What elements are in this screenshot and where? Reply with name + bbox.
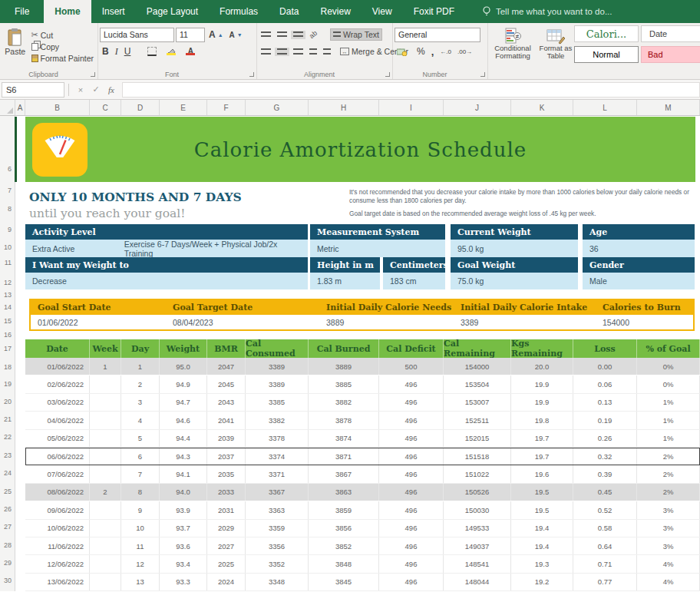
schedule-cell[interactable]: 3882 (309, 394, 379, 411)
activity-level-cell[interactable]: Extra Active Exercise 6-7 Days/Week + Ph… (25, 240, 308, 257)
row-header-11[interactable]: 11 (5, 259, 12, 266)
measurement-system-cell[interactable]: Metric (310, 240, 445, 257)
tab-data[interactable]: Data (269, 0, 309, 23)
schedule-cell[interactable]: 3389 (246, 358, 309, 375)
decrease-decimal-button[interactable]: .00→ (455, 48, 474, 56)
schedule-cell[interactable]: 08/06/2022 (25, 484, 90, 501)
font-color-button[interactable]: A (183, 47, 201, 56)
weight-goal-cell[interactable]: Decrease (25, 273, 308, 289)
schedule-cell[interactable]: 0% (637, 358, 700, 375)
calorie-needs-header[interactable]: Initial Daily Calorie Needs (319, 300, 454, 315)
schedule-cell[interactable]: 148541 (444, 555, 511, 572)
measurement-system-header[interactable]: Measurement System (310, 224, 445, 240)
schedule-cell[interactable]: 93.3 (160, 574, 207, 590)
paste-button[interactable]: Paste (2, 26, 29, 64)
row-header-18[interactable]: 18 (4, 363, 12, 371)
row-header-27[interactable]: 27 (4, 523, 12, 531)
gender-header[interactable]: Gender (583, 257, 695, 273)
centimeters-cell[interactable]: 183 cm (383, 273, 445, 289)
schedule-cell[interactable]: 3878 (309, 412, 379, 428)
schedule-cell[interactable]: 07/06/2022 (25, 465, 90, 482)
row-header-25[interactable]: 25 (4, 488, 12, 495)
schedule-cell[interactable]: 3348 (246, 574, 309, 590)
schedule-cell[interactable]: 0.58 (573, 520, 637, 537)
name-box[interactable]: S6 (2, 82, 64, 98)
schedule-cell[interactable]: 20.0 (511, 358, 573, 375)
schedule-cell[interactable]: 2031 (207, 501, 246, 518)
enter-button[interactable]: ✓ (88, 84, 104, 94)
schedule-cell[interactable]: 151022 (444, 465, 511, 482)
schedule-cell[interactable]: 4% (637, 574, 700, 590)
underline-button[interactable]: U (122, 45, 137, 58)
schedule-cell[interactable]: 4% (637, 555, 700, 572)
schedule-cell[interactable]: 0.64 (573, 537, 637, 554)
schedule-cell[interactable]: 3% (637, 520, 700, 537)
schedule-cell[interactable] (90, 412, 121, 428)
schedule-cell[interactable]: 19.4 (511, 537, 573, 554)
tab-formulas[interactable]: Formulas (209, 0, 269, 23)
schedule-cell[interactable]: 3382 (246, 412, 309, 428)
schedule-cell[interactable]: 3867 (309, 465, 379, 482)
schedule-cell[interactable]: 153504 (444, 375, 511, 392)
schedule-cell[interactable]: 3359 (246, 520, 309, 537)
schedule-cell[interactable]: 2041 (207, 412, 246, 428)
schedule-cell[interactable]: 3871 (309, 448, 379, 465)
row-header-6[interactable]: 6 (8, 165, 12, 173)
schedule-cell[interactable]: 496 (379, 375, 444, 392)
schedule-cell[interactable]: 4 (121, 412, 160, 428)
schedule-cell[interactable] (90, 394, 121, 411)
schedule-cell[interactable]: 13/06/2022 (25, 574, 90, 590)
top-align-button[interactable] (259, 31, 273, 39)
increase-indent-button[interactable] (321, 48, 333, 56)
schedule-col-header[interactable]: Weight (160, 339, 207, 358)
schedule-cell[interactable]: 04/06/2022 (25, 412, 90, 428)
row-header-26[interactable]: 26 (4, 505, 12, 513)
schedule-cell[interactable]: 1 (121, 358, 160, 375)
row-header-9[interactable]: 9 (8, 226, 12, 233)
schedule-cell[interactable]: 1% (637, 394, 700, 411)
column-header-C[interactable]: C (90, 100, 121, 115)
schedule-col-header[interactable]: Cal Remaining (444, 339, 511, 358)
schedule-cell[interactable]: 0.00 (573, 358, 637, 375)
target-date-note[interactable]: Goal target date is based on the recomme… (349, 210, 696, 218)
decrease-indent-button[interactable] (307, 48, 319, 56)
schedule-cell[interactable]: 0% (637, 375, 700, 392)
schedule-cell[interactable]: 94.4 (160, 430, 207, 447)
style-normal[interactable]: Normal (574, 46, 639, 63)
column-header-L[interactable]: L (573, 100, 637, 115)
row-header-30[interactable]: 30 (4, 577, 12, 584)
schedule-cell[interactable]: 02/06/2022 (25, 375, 90, 392)
schedule-cell[interactable]: 3874 (309, 430, 379, 447)
goal-weight-header[interactable]: Goal Weight (451, 257, 578, 273)
schedule-cell[interactable]: 1% (637, 412, 700, 428)
tab-review[interactable]: Review (309, 0, 361, 23)
row-header-7[interactable]: 7 (8, 187, 12, 194)
age-cell[interactable]: 36 (583, 240, 695, 257)
schedule-col-header[interactable]: Week (90, 339, 121, 358)
schedule-cell[interactable] (90, 537, 121, 554)
row-header-19[interactable]: 19 (4, 380, 12, 388)
row-header-28[interactable]: 28 (4, 541, 12, 549)
select-all-corner[interactable] (0, 100, 15, 115)
schedule-cell[interactable]: 3378 (246, 430, 309, 447)
schedule-cell[interactable] (90, 375, 121, 392)
schedule-cell[interactable] (90, 555, 121, 572)
schedule-col-header[interactable]: Cal Consumed (246, 339, 309, 358)
schedule-cell[interactable]: 154000 (444, 358, 511, 375)
column-header-B[interactable]: B (25, 100, 90, 115)
goal-start-date-cell[interactable]: 01/06/2022 (31, 315, 166, 329)
schedule-cell[interactable]: 19.5 (511, 484, 573, 501)
schedule-cell[interactable]: 2024 (207, 574, 246, 590)
schedule-cell[interactable]: 19.3 (511, 555, 573, 572)
schedule-cell[interactable]: 3859 (309, 501, 379, 518)
schedule-cell[interactable]: 12/06/2022 (25, 555, 90, 572)
schedule-cell[interactable]: 2027 (207, 537, 246, 554)
schedule-cell[interactable]: 11 (121, 537, 160, 554)
schedule-cell[interactable]: 496 (379, 537, 444, 554)
goal-weight-cell[interactable]: 75.0 kg (451, 273, 578, 289)
schedule-cell[interactable]: 496 (379, 412, 444, 428)
column-header-J[interactable]: J (444, 100, 511, 115)
tab-insert[interactable]: Insert (91, 0, 136, 23)
schedule-col-header[interactable]: Cal Deficit (379, 339, 444, 358)
column-header-F[interactable]: F (207, 100, 246, 115)
